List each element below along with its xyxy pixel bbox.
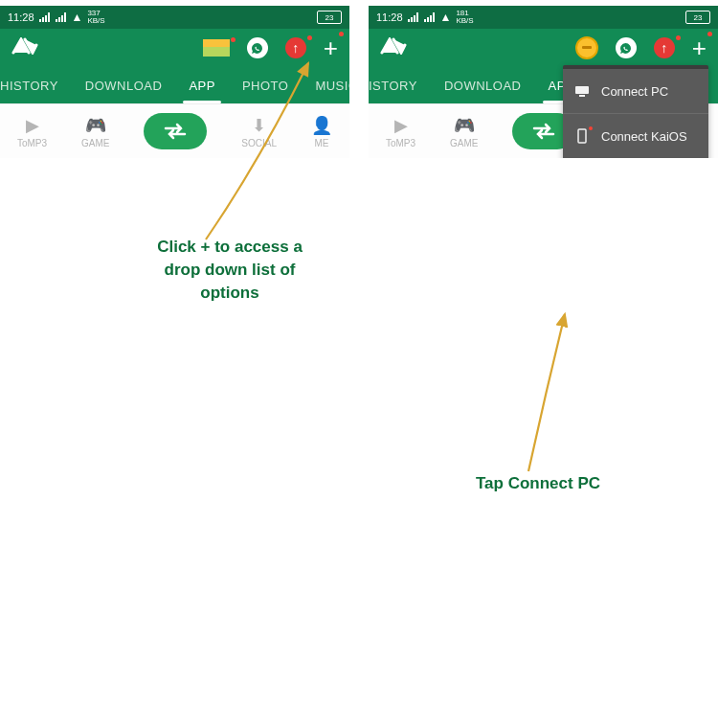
signal-icon xyxy=(408,12,419,22)
status-bar: 11:28 ▲ 181KB/S 23 xyxy=(369,6,718,29)
battery-icon: 23 xyxy=(317,11,342,24)
dropdown-connect-pc[interactable]: Connect PC xyxy=(563,69,708,113)
tab-history[interactable]: ISTORY xyxy=(369,67,431,103)
battery-icon: 23 xyxy=(685,11,710,24)
app-logo-icon xyxy=(11,37,38,58)
pc-icon xyxy=(574,85,590,97)
video-icon: ▶ xyxy=(26,115,39,136)
phone-icon xyxy=(574,128,590,144)
screenshot-right: 11:28 ▲ 181KB/S 23 ↑ + xyxy=(369,6,718,158)
nav-tomp3[interactable]: ▶ToMP3 xyxy=(386,115,415,148)
arrow-1-icon xyxy=(201,57,325,249)
status-bar: 11:28 ▲ 337KB/S 23 xyxy=(0,6,349,29)
tab-history[interactable]: HISTORY xyxy=(0,67,72,103)
wifi-icon: ▲ xyxy=(72,11,83,24)
svg-rect-2 xyxy=(578,129,586,143)
upload-icon[interactable]: ↑ xyxy=(285,37,306,58)
clock: 11:28 xyxy=(376,11,403,23)
svg-rect-1 xyxy=(579,95,585,97)
plus-icon[interactable]: + xyxy=(324,34,338,63)
nav-transfer[interactable] xyxy=(144,113,207,149)
tab-download[interactable]: DOWNLOAD xyxy=(72,67,176,103)
whatsapp-icon[interactable] xyxy=(247,37,268,58)
annotation-text-1: Click + to access a drop down list of op… xyxy=(148,236,311,304)
nav-tomp3[interactable]: ▶ToMP3 xyxy=(17,115,47,148)
nav-game[interactable]: 🎮GAME xyxy=(450,115,478,148)
wifi-icon: ▲ xyxy=(440,11,452,24)
clock: 11:28 xyxy=(8,11,34,23)
whatsapp-icon[interactable] xyxy=(616,37,637,58)
promo-chip[interactable] xyxy=(203,39,230,57)
signal-icon xyxy=(424,12,436,22)
arrow-2-icon xyxy=(517,307,594,479)
annotation-text-2: Tap Connect PC xyxy=(452,472,624,495)
plus-icon[interactable]: + xyxy=(692,34,707,63)
coin-icon[interactable] xyxy=(575,36,598,59)
gamepad-icon: 🎮 xyxy=(85,115,106,136)
signal-icon xyxy=(56,12,67,22)
app-logo-icon xyxy=(380,37,407,58)
video-icon: ▶ xyxy=(394,115,408,136)
tab-download[interactable]: DOWNLOAD xyxy=(431,67,535,103)
plus-dropdown: Connect PC Connect KaiOS Scan Connect Sh… xyxy=(563,65,708,158)
gamepad-icon: 🎮 xyxy=(454,115,475,136)
nav-game[interactable]: 🎮GAME xyxy=(81,115,109,148)
app-header: ↑ + xyxy=(369,29,718,67)
upload-icon[interactable]: ↑ xyxy=(654,37,675,58)
svg-rect-0 xyxy=(575,86,589,94)
signal-icon xyxy=(39,12,51,22)
dropdown-connect-kaios[interactable]: Connect KaiOS xyxy=(563,113,708,158)
